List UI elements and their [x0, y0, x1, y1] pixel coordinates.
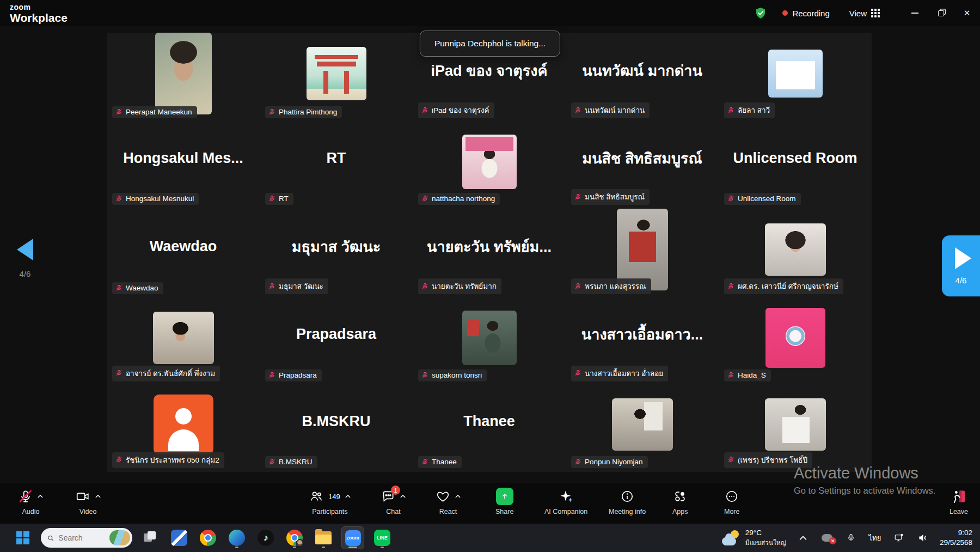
more-button[interactable]: More — [724, 487, 739, 515]
participant-video — [768, 50, 823, 98]
restore-button[interactable] — [928, 0, 954, 26]
participant-tile[interactable]: Waewdao Waewdao — [107, 209, 260, 298]
video-button[interactable]: Video — [75, 487, 101, 515]
close-button[interactable]: ✕ — [954, 0, 980, 26]
chevron-up-icon[interactable] — [38, 495, 43, 498]
gallery-grid-icon — [871, 9, 880, 17]
audio-button[interactable]: Audio — [19, 487, 43, 515]
react-button[interactable]: React — [436, 487, 461, 515]
leave-button[interactable]: Leave — [950, 487, 968, 515]
participant-video — [153, 312, 214, 364]
participant-tile[interactable]: Unlicensed Room Unlicensed Room — [719, 122, 872, 209]
participant-tile[interactable]: Hongsakul Mes... Hongsakul Mesnukul — [107, 122, 260, 209]
participant-display-name: B.MSKRU — [302, 413, 371, 430]
folder-icon — [315, 531, 332, 544]
participant-name-chip: นายตะวัน ทรัพย์มาก — [418, 278, 501, 294]
search-highlight-image[interactable] — [109, 530, 130, 545]
windows-start-button[interactable] — [12, 527, 34, 549]
participant-name-chip: Peerapat Maneekun — [112, 106, 197, 118]
participant-video — [765, 308, 825, 368]
meeting-info-button[interactable]: Meeting info — [609, 487, 646, 515]
participant-tile[interactable]: Prapadsara Prapadsara — [260, 298, 413, 385]
participant-video — [765, 398, 826, 451]
language-indicator[interactable]: ไทย — [868, 530, 882, 546]
participants-button[interactable]: 149 Participants — [309, 487, 351, 515]
chevron-up-icon[interactable] — [95, 495, 101, 498]
muted-mic-icon — [421, 195, 428, 202]
apps-button[interactable]: Apps — [672, 487, 688, 515]
share-button[interactable]: Share — [495, 487, 513, 515]
edge-icon — [229, 530, 245, 546]
security-shield-icon[interactable] — [754, 7, 767, 20]
tray-overflow-button[interactable] — [796, 530, 810, 546]
participant-tile[interactable]: RT RT — [260, 122, 413, 209]
line-app-icon: LINE — [374, 530, 390, 546]
ai-companion-button[interactable]: AI Companion — [544, 487, 587, 515]
participant-tile[interactable]: นายตะวัน ทรัพย์ม... นายตะวัน ทรัพย์มาก — [413, 209, 566, 298]
taskbar-file-explorer[interactable] — [313, 527, 334, 549]
participant-tile[interactable]: Peerapat Maneekun — [107, 33, 260, 122]
participant-name-chip: Ponpun Niyomjan — [571, 456, 648, 468]
taskbar-chrome-profile[interactable] — [284, 527, 305, 549]
participant-tile[interactable]: มนสิช สิทธิสมบูรณ์ มนสิช สิทธิสมบูรณ์ — [566, 122, 719, 209]
participant-tile[interactable]: ผศ.ดร. เสาวนีย์ ศรีกาญจนารักษ์ — [719, 209, 872, 298]
muted-mic-icon — [421, 458, 428, 465]
participant-tile[interactable]: (เพชร) ปรีชาพร โพธิ์ปี — [719, 385, 872, 472]
chevron-up-icon[interactable] — [455, 495, 461, 498]
participant-tile[interactable]: นนทวัฒน์ มากด่าน นนทวัฒน์ มากด่าน — [566, 33, 719, 122]
view-button[interactable]: View — [849, 9, 880, 18]
task-view-button[interactable] — [139, 527, 161, 549]
participant-name-label: natthacha northong — [432, 195, 495, 203]
participant-tile[interactable]: Ponpun Niyomjan — [566, 385, 719, 472]
tray-network[interactable] — [892, 530, 906, 546]
previous-page-button[interactable]: 4/6 — [8, 239, 42, 278]
participant-tile[interactable]: นางสาวเอื้อมดาว... นางสาวเอื้อมดาว อ่ำลอ… — [566, 298, 719, 385]
chat-button[interactable]: 1 Chat — [381, 487, 406, 515]
participant-tile[interactable]: พรนภา แดงสุวรรณ — [566, 209, 719, 298]
participant-tile[interactable]: ลัยลา สาวี — [719, 33, 872, 122]
clock-widget[interactable]: 9:02 29/5/2568 — [940, 528, 972, 548]
participant-tile[interactable]: อาจารย์ ดร.พันธ์ศักดิ์ พึ่งงาม — [107, 298, 260, 385]
muted-mic-icon — [115, 284, 122, 292]
taskbar-search[interactable] — [41, 528, 132, 548]
taskbar-app-blue[interactable] — [168, 527, 190, 549]
tray-microphone[interactable] — [844, 530, 858, 546]
apps-icon — [673, 489, 687, 504]
minimize-button[interactable] — [902, 0, 928, 26]
participant-tile[interactable]: มธุมาส วัฒนะ มธุมาส วัฒนะ — [260, 209, 413, 298]
taskbar-tiktok[interactable]: ♪ — [255, 527, 277, 549]
participant-tile[interactable]: Phattira Pimthong — [260, 33, 413, 122]
taskbar-edge[interactable] — [226, 527, 248, 549]
participant-tile[interactable]: B.MSKRU B.MSKRU — [260, 385, 413, 472]
taskbar-zoom-active[interactable]: zoom — [341, 526, 364, 549]
participants-icon — [309, 489, 323, 504]
tray-date: 29/5/2568 — [940, 538, 972, 548]
participant-tile[interactable]: natthacha northong — [413, 122, 566, 209]
profile-avatar — [296, 539, 304, 547]
tray-volume[interactable] — [916, 530, 930, 546]
next-page-button[interactable]: 4/6 — [942, 235, 980, 296]
chevron-up-icon[interactable] — [400, 495, 406, 498]
participant-tile[interactable]: Thanee Thanee — [413, 385, 566, 472]
muted-mic-icon — [115, 195, 122, 202]
search-input[interactable] — [58, 533, 105, 542]
ellipsis-icon — [725, 489, 739, 504]
participant-name-chip: Unlicensed Room — [724, 193, 801, 205]
weather-temp: 29°C — [745, 529, 786, 537]
participant-name-label: พรนภา แดงสุวรรณ — [585, 280, 646, 292]
weather-widget[interactable]: 29°C มีเมฆส่วนใหญ่ — [722, 529, 786, 548]
participant-tile[interactable]: Haida_S — [719, 298, 872, 385]
recording-indicator[interactable]: Recording — [782, 9, 829, 18]
active-speaker-banner: Punnipa Dechphol is talking... — [420, 31, 560, 57]
participant-tile[interactable]: supakorn tonsri — [413, 298, 566, 385]
muted-mic-icon — [574, 369, 581, 377]
chat-unread-badge: 1 — [391, 486, 400, 495]
participant-video — [155, 33, 212, 114]
participant-tile[interactable]: รัชนิกร ประสาทพร 050 กลุ่ม2 — [107, 385, 260, 472]
taskbar-chrome[interactable] — [197, 527, 219, 549]
taskbar-line[interactable]: LINE — [371, 527, 393, 549]
chevron-up-icon[interactable] — [345, 495, 351, 498]
participant-name-label: Unlicensed Room — [738, 195, 796, 203]
info-icon — [620, 489, 634, 504]
tray-onedrive[interactable]: ✕ — [820, 530, 834, 546]
